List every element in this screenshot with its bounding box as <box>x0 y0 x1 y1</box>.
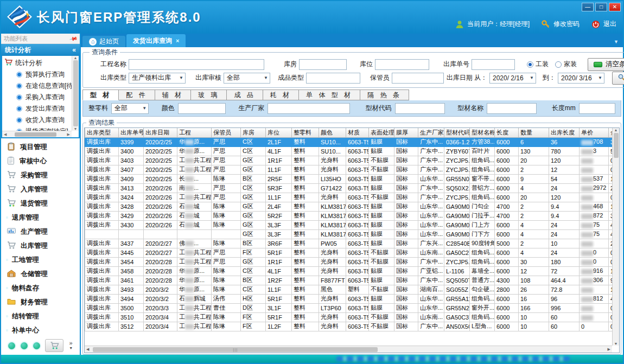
table-row[interactable]: 调拨出库34092020/2/25长...陈琳B区2R5F整料LI35HO606… <box>85 174 613 183</box>
column-header-8[interactable]: 颜色 <box>319 128 346 137</box>
sidebar-item-9[interactable]: 仓储管理 <box>1 267 80 281</box>
sidebar-item-5[interactable]: 退库管理 <box>1 210 80 225</box>
column-header-2[interactable]: 出库日期 <box>144 128 177 137</box>
date-from-picker[interactable]: 2020/ 2/16▼ <box>489 73 536 84</box>
collapse-icon[interactable]: « <box>72 46 76 54</box>
sidebar-item-1[interactable]: 审核中心 <box>1 154 80 168</box>
order-no-input[interactable] <box>472 59 515 70</box>
tab-list-caret-icon[interactable]: ▼ <box>614 39 619 44</box>
grid-vertical-scrollbar[interactable]: ▲▼ <box>612 128 619 346</box>
material-tab-7[interactable]: 隔 热 条 <box>360 90 409 100</box>
column-header-6[interactable]: 库位 <box>266 128 292 137</box>
circle-icon[interactable] <box>33 342 40 349</box>
material-tab-6[interactable]: 单 体 型 材 <box>299 90 360 100</box>
change-password-link[interactable]: 修改密码 <box>553 20 580 29</box>
tree-item-2[interactable]: 采购入库查询 <box>4 92 71 103</box>
tree-item-4[interactable]: 收货入库查询 <box>4 114 71 126</box>
tab-close-icon[interactable]: × <box>176 37 179 44</box>
material-tab-4[interactable]: 成 品 <box>227 90 263 100</box>
table-row[interactable]: 调拨出库33992020/2/25华原...严思C区2L1F整料SU10...6… <box>85 137 613 146</box>
sidebar-item-13[interactable]: 补单中心 <box>1 323 80 337</box>
sidebar-item-0[interactable]: 项目管理 <box>1 140 80 154</box>
material-tab-3[interactable]: 玻 璃 <box>191 90 227 100</box>
table-row[interactable]: 调拨出库34932020/3/2华原...陈琳C区1L1F整料黑色塑料不贴膜国标… <box>85 285 613 294</box>
tree-item-3[interactable]: 发货出库查询 <box>4 103 71 114</box>
table-row[interactable]: 调拨出库34542020/2/28工共工程严思G区1R1F整料光身料6063-T… <box>85 257 613 266</box>
column-header-14[interactable]: 型材名称 <box>470 128 495 137</box>
material-tab-2[interactable]: 辅 材 <box>155 90 191 100</box>
profile-name-input[interactable] <box>487 103 537 114</box>
table-row[interactable]: 调拨出库34072020/2/25工共工程严思G区1L1F整料光身料6063-T… <box>85 165 613 174</box>
sidebar-item-11[interactable]: 财务管理 <box>1 295 80 309</box>
material-tab-1[interactable]: 配 件 <box>119 90 155 100</box>
factory-input[interactable] <box>268 103 349 114</box>
tree-vertical-scrollbar[interactable]: ▲▼ <box>72 56 79 131</box>
sidebar-item-8[interactable]: 工地管理 <box>1 253 80 267</box>
column-header-13[interactable]: 型材代码 <box>444 128 470 137</box>
column-header-1[interactable]: 出库单号 <box>119 128 144 137</box>
table-row[interactable]: 调拨出库34302020/2/26石城陈琳G区3L3F整料KLM38176063… <box>85 220 613 229</box>
column-header-16[interactable]: 数量 <box>519 128 549 137</box>
more-modules-button[interactable] <box>45 339 63 352</box>
close-button[interactable]: ✕ <box>609 3 621 11</box>
sidebar-item-4[interactable]: 退货管理 <box>1 196 80 210</box>
tab-shipping-outbound-query[interactable]: 发货出库查询 × <box>126 34 186 47</box>
sidebar-item-6[interactable]: 生产管理 <box>1 225 80 239</box>
table-row[interactable]: 调拨出库35102020/3/4工共工程陈琳F区5R1F整料光身料6063-T5… <box>85 312 613 322</box>
sidebar-item-3[interactable]: 入库管理 <box>1 182 80 196</box>
column-header-12[interactable]: 生产厂家 <box>418 128 444 137</box>
logout-link[interactable]: 退出 <box>603 20 616 29</box>
column-header-5[interactable]: 库房 <box>241 128 266 137</box>
profile-code-input[interactable] <box>395 103 445 114</box>
table-row[interactable]: 调拨出库34002020/2/25华原...严思C区4L1F整料SU10...6… <box>85 146 613 156</box>
search-button[interactable]: 查 询 <box>612 72 624 85</box>
table-row[interactable]: 调拨出库34612020/2/28华原...陈琳B区1R2F整料F8877FT6… <box>85 276 613 285</box>
column-header-3[interactable]: 工程 <box>177 128 212 137</box>
length-input[interactable] <box>579 103 615 114</box>
sidebar-item-10[interactable]: 物料盘存 <box>1 281 80 295</box>
table-row[interactable]: 调拨出库34942020/3/2石辉城汤伟H区5R1F整料光身料6063-T5贴… <box>85 294 613 303</box>
table-row[interactable]: 调拨出库34132020/2/26南...严思C区5R3F整料G71422606… <box>85 183 613 193</box>
column-header-0[interactable]: 出库类型 <box>85 128 119 137</box>
sidebar-item-12[interactable]: 结转管理 <box>1 309 80 323</box>
material-tab-5[interactable]: 耗 材 <box>263 90 299 100</box>
column-header-4[interactable]: 保管员 <box>212 128 241 137</box>
zhengling-select[interactable]: 全部▼ <box>111 103 149 114</box>
pin-icon[interactable]: 📌 <box>69 34 78 43</box>
out-audit-select[interactable]: 全部▼ <box>224 73 270 84</box>
table-row[interactable]: 调拨出库34282020/2/26石城陈琳G区2L4F整料KLM38176063… <box>85 202 613 211</box>
column-header-15[interactable]: 长度 <box>495 128 519 137</box>
column-header-9[interactable]: 材质 <box>346 128 369 137</box>
column-header-18[interactable]: 单价 <box>580 128 609 137</box>
table-row[interactable]: 调拨出库35122020/3/4工共工程陈琳F区1L2F整料光身料6063-T5… <box>85 322 613 331</box>
column-header-17[interactable]: 出库长度 <box>549 128 580 137</box>
overflow-chevron[interactable]: »▼ <box>69 341 73 350</box>
column-header-11[interactable]: 膜厚 <box>394 128 418 137</box>
project-name-input[interactable] <box>129 59 264 70</box>
warehouse-input[interactable] <box>299 59 347 70</box>
tree-item-0[interactable]: 预算执行查询 <box>4 69 71 80</box>
radio-jiazhuang[interactable]: 家装 <box>555 60 577 69</box>
column-header-10[interactable]: 表面处理 <box>369 128 394 137</box>
tree-item-1[interactable]: 在途信息查询[待 <box>4 80 71 92</box>
grid-horizontal-scrollbar[interactable]: ◀|||▶ <box>85 346 612 353</box>
circle-icon[interactable] <box>21 342 28 349</box>
circle-icon[interactable] <box>8 342 15 349</box>
sidebar-item-2[interactable]: 采购管理 <box>1 168 80 182</box>
tree-item-6[interactable]: 退库管理[待定] <box>4 137 71 138</box>
color-input[interactable] <box>178 103 226 114</box>
out-type-select[interactable]: 生产领料出库▼ <box>129 73 186 84</box>
table-row[interactable]: 调拨出库34242020/2/26工共工程严思G区1L1F整料光身料6063-T… <box>85 193 613 202</box>
tree-horizontal-scrollbar[interactable]: ◀▶ <box>2 131 72 137</box>
table-row[interactable]: 调拨出库34032020/2/25工共工程严思G区1R1F整料光身料6063-T… <box>85 156 613 165</box>
table-row[interactable]: 调拨出库34452020/2/27工共工程严思F区5R1F整料光身料6063-T… <box>85 248 613 257</box>
tab-home[interactable]: ⌂ 起始页 <box>82 36 125 47</box>
minimize-button[interactable]: — <box>582 3 594 11</box>
date-to-picker[interactable]: 2020/ 3/16▼ <box>558 73 604 84</box>
material-tab-0[interactable]: 型 材 <box>82 90 119 100</box>
tree-root-stat-analysis[interactable]: 统计分析 <box>4 57 71 69</box>
table-row[interactable]: 调拨出库34372020/2/27佛...陈琳B区3R6F整料PW056063-… <box>85 239 613 248</box>
table-row[interactable]: 调拨出库34292020/2/26石城陈琳G区5R2F整料KLM38176063… <box>85 211 613 220</box>
table-row[interactable]: 调拨出库35002020/3/3工共工程曹佳D区3L1F整料LT3P606063… <box>85 303 613 312</box>
sidebar-item-7[interactable]: 出库管理 <box>1 239 80 253</box>
